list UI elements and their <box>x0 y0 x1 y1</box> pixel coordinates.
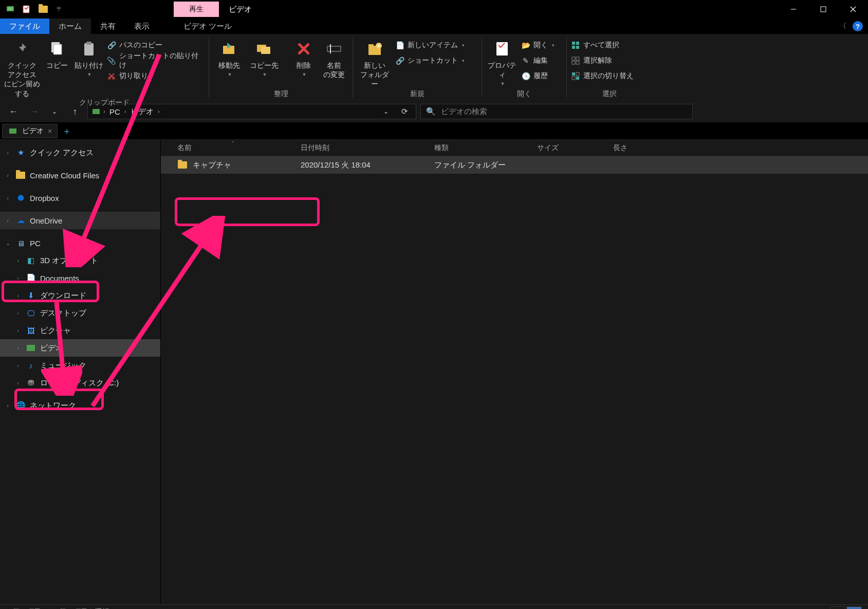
copy-button[interactable]: コピー <box>43 36 71 70</box>
select-none-button[interactable]: 選択解除 <box>571 54 648 67</box>
qat-properties-icon[interactable] <box>20 2 34 16</box>
tree-network[interactable]: › 🌐 ネットワーク <box>0 397 160 414</box>
tree-quick-access[interactable]: › ★ クイック アクセス <box>0 144 160 161</box>
tree-pc[interactable]: ⌄ 🖥 PC <box>0 234 160 252</box>
cut-button[interactable]: 切り取り <box>107 70 205 82</box>
tree-onedrive[interactable]: › ☁ OneDrive <box>0 212 160 229</box>
tree-videos[interactable]: › ビデオ <box>0 339 160 357</box>
crumb-sep-icon[interactable]: › <box>123 108 127 115</box>
chevron-right-icon[interactable]: › <box>14 362 22 368</box>
chevron-down-icon[interactable]: ⌄ <box>4 240 11 247</box>
properties-label: プロパティ <box>486 61 518 79</box>
tab-close-icon[interactable]: × <box>48 127 52 135</box>
tree-local-disk[interactable]: › ⛃ ローカル ディスク (C:) <box>0 374 160 392</box>
close-button[interactable] <box>838 0 868 19</box>
rename-button[interactable]: 名前 の変更 <box>320 36 348 79</box>
tree-documents[interactable]: › 📄 Documents <box>0 269 160 287</box>
svg-rect-31 <box>572 61 575 64</box>
desktop-icon: 🖵 <box>26 308 36 318</box>
maximize-button[interactable] <box>808 0 838 19</box>
view-details-button[interactable] <box>830 606 845 610</box>
svg-rect-18 <box>327 46 341 51</box>
title-bar: 〒 再生 ビデオ <box>0 0 868 19</box>
copy-path-button[interactable]: 🔗パスのコピー <box>107 39 205 51</box>
properties-button[interactable]: プロパティ▼ <box>486 36 518 87</box>
tab-file[interactable]: ファイル <box>0 19 49 34</box>
paste-shortcut-button[interactable]: 📎ショートカットの貼り付け <box>107 54 205 67</box>
chevron-right-icon[interactable]: › <box>14 292 22 299</box>
svg-rect-35 <box>572 77 575 80</box>
svg-rect-37 <box>93 109 100 114</box>
search-placeholder: ビデオの検索 <box>441 107 487 117</box>
svg-rect-32 <box>576 61 579 64</box>
view-thumbnails-button[interactable] <box>846 606 862 610</box>
tree-dropbox[interactable]: › ⬢ Dropbox <box>0 189 160 207</box>
chevron-right-icon[interactable]: › <box>4 172 11 178</box>
context-tab-play[interactable]: 再生 <box>174 2 219 17</box>
col-size[interactable]: サイズ <box>531 143 607 153</box>
shortcut-button[interactable]: 🔗ショートカット▾ <box>395 54 477 67</box>
tree-3d-objects[interactable]: › ◧ 3D オブジェクト <box>0 252 160 269</box>
svg-rect-9 <box>84 43 94 56</box>
address-dropdown-icon[interactable]: ⌄ <box>378 103 394 120</box>
chevron-right-icon[interactable]: › <box>14 345 22 351</box>
tab-view[interactable]: 表示 <box>125 19 159 34</box>
crumb-sep-icon[interactable]: › <box>157 108 161 115</box>
col-type[interactable]: 種類 <box>428 143 531 153</box>
delete-button[interactable]: 削除▼ <box>291 36 317 78</box>
paste-button[interactable]: 貼り付け ▼ <box>74 36 104 78</box>
chevron-right-icon[interactable]: › <box>14 327 22 334</box>
tree-pictures[interactable]: › 🖼 ピクチャ <box>0 322 160 339</box>
chevron-right-icon[interactable]: › <box>14 257 22 264</box>
copy-to-button[interactable]: コピー先▼ <box>248 36 280 78</box>
pin-quickaccess-button[interactable]: クイック アクセス にピン留めする <box>4 36 40 98</box>
svg-rect-24 <box>496 42 508 56</box>
navigation-sidebar: › ★ クイック アクセス › Creative Cloud Files › ⬢… <box>0 140 160 604</box>
qat-folder-icon[interactable] <box>36 2 50 16</box>
search-box[interactable]: 🔍 ビデオの検索 <box>420 104 693 119</box>
minimize-button[interactable] <box>779 0 808 19</box>
col-date[interactable]: 日付時刻 <box>294 143 428 153</box>
svg-text:✦: ✦ <box>377 43 381 49</box>
tab-share[interactable]: 共有 <box>91 19 125 34</box>
svg-rect-26 <box>576 42 579 45</box>
new-item-button[interactable]: 📄新しいアイテム▾ <box>395 39 477 51</box>
invert-selection-button[interactable]: 選択の切り替え <box>571 70 648 82</box>
history-button[interactable]: 🕓履歴 <box>521 70 562 82</box>
select-all-button[interactable]: すべて選択 <box>571 39 648 51</box>
new-folder-label: 新しい フォルダー <box>357 61 392 89</box>
move-to-button[interactable]: 移動先▼ <box>213 36 245 78</box>
delete-label: 削除 <box>297 61 311 70</box>
chevron-right-icon[interactable]: › <box>14 310 22 316</box>
chevron-right-icon[interactable]: › <box>4 195 11 201</box>
folder-tab-videos[interactable]: ビデオ × <box>2 124 58 138</box>
chevron-right-icon[interactable]: › <box>14 275 22 281</box>
tab-home[interactable]: ホーム <box>49 19 91 34</box>
add-tab-button[interactable]: ＋ <box>60 124 74 138</box>
tree-music[interactable]: › ♪ ミュージック <box>0 357 160 374</box>
chevron-right-icon[interactable]: › <box>4 150 11 156</box>
col-name[interactable]: ⌃名前 <box>171 143 294 153</box>
crumb-sep-icon[interactable]: › <box>102 108 106 115</box>
crumb-pc[interactable]: PC <box>107 107 122 116</box>
qat-dropdown-icon[interactable]: 〒 <box>52 2 67 16</box>
collapse-ribbon-icon[interactable]: 〈 <box>839 22 846 31</box>
open-button[interactable]: 📂開く▾ <box>521 39 562 51</box>
file-row[interactable]: キャプチャ 2020/12/15 火 18:04 ファイル フォルダー <box>161 156 868 174</box>
search-icon: 🔍 <box>426 107 436 116</box>
svg-rect-29 <box>572 57 575 60</box>
edit-button[interactable]: ✎編集 <box>521 54 562 67</box>
svg-rect-28 <box>576 46 579 49</box>
help-icon[interactable]: ? <box>853 21 863 31</box>
tree-creative-cloud[interactable]: › Creative Cloud Files <box>0 167 160 184</box>
col-length[interactable]: 長さ <box>607 143 699 153</box>
chevron-right-icon[interactable]: › <box>4 217 11 224</box>
tree-downloads[interactable]: › ⬇ ダウンロード <box>0 287 160 304</box>
chevron-right-icon[interactable]: › <box>14 380 22 386</box>
new-folder-button[interactable]: ✦ 新しい フォルダー <box>357 36 392 89</box>
tree-desktop[interactable]: › 🖵 デスクトップ <box>0 304 160 322</box>
tab-video-tools[interactable]: ビデオ ツール <box>174 19 241 34</box>
pin-label: クイック アクセス にピン留めする <box>4 61 40 98</box>
chevron-right-icon[interactable]: › <box>4 402 11 409</box>
refresh-button[interactable]: ⟳ <box>396 103 413 120</box>
